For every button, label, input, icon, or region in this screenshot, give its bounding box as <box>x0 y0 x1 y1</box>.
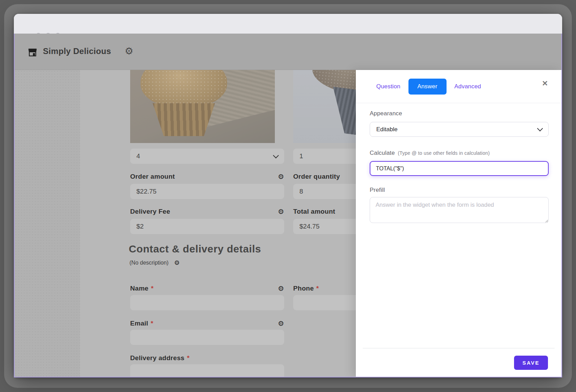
calculate-label: Calculate <box>370 150 395 156</box>
product-image-muffin <box>130 70 275 143</box>
required-asterisk: * <box>151 320 153 327</box>
email-input[interactable] <box>130 330 284 345</box>
product-image-chocolate-muffin <box>293 70 357 143</box>
close-icon[interactable]: ✕ <box>542 80 548 87</box>
appearance-label: Appearance <box>370 110 549 117</box>
field-label-row: Phone * <box>293 285 357 292</box>
tab-question[interactable]: Question <box>370 79 406 95</box>
quantity-select[interactable]: 4 <box>130 149 284 164</box>
field-value: $2 <box>136 223 144 230</box>
field-label-row: Delivery Fee ⚙ <box>130 208 284 215</box>
appearance-select[interactable]: Editable <box>370 122 549 137</box>
prefill-section: Prefill <box>370 187 549 224</box>
quantity-select-value: 4 <box>136 152 140 160</box>
chevron-down-icon <box>273 152 279 158</box>
order-amount-field[interactable]: $22.75 <box>130 184 284 199</box>
muffin-liner <box>324 86 357 139</box>
app-header: Simply Delicious ⚙ <box>15 34 561 70</box>
field-label-row: Order quantity <box>293 173 357 180</box>
phone-input[interactable] <box>293 295 357 310</box>
muffin-top <box>141 70 227 108</box>
field-label: Delivery Fee <box>130 208 170 215</box>
field-label-row: Delivery address * <box>130 354 284 362</box>
delivery-address-input[interactable] <box>130 364 284 377</box>
divider <box>356 103 561 103</box>
prefill-label: Prefill <box>370 187 549 194</box>
field-label: Email <box>130 320 148 327</box>
field-value: $24.75 <box>299 223 320 230</box>
tab-advanced[interactable]: Advanced <box>449 79 487 95</box>
delivery-fee-field[interactable]: $2 <box>130 219 284 234</box>
required-asterisk: * <box>151 285 154 292</box>
name-input[interactable] <box>130 295 284 310</box>
quantity-select[interactable]: 1 <box>293 149 357 164</box>
form-builder-canvas: 4 1 Order amount ⚙ Order quantity $22.75 <box>15 70 561 377</box>
prefill-textarea[interactable] <box>370 197 549 223</box>
burlap-cloth <box>178 70 275 130</box>
storefront-icon <box>28 47 37 57</box>
form-settings-gear-icon[interactable]: ⚙ <box>125 46 133 56</box>
field-label: Name <box>130 285 148 292</box>
order-quantity-field[interactable]: 8 <box>293 184 357 199</box>
page-title: Simply Delicious <box>43 46 111 56</box>
field-settings-gear-icon[interactable]: ⚙ <box>278 208 284 215</box>
field-settings-gear-icon[interactable]: ⚙ <box>278 285 284 292</box>
section-settings-gear-icon[interactable]: ⚙ <box>174 260 180 266</box>
field-value: $22.75 <box>136 188 156 195</box>
muffin-liner <box>149 103 218 136</box>
field-label-row: Order amount ⚙ <box>130 173 284 180</box>
required-asterisk: * <box>187 354 190 362</box>
calculate-input[interactable] <box>370 161 549 176</box>
calculate-hint: (Type @ to use other fields in calculati… <box>398 150 490 156</box>
field-label-row: Total amount <box>293 208 357 215</box>
appearance-section: Appearance Editable <box>370 110 549 137</box>
calculate-section: Calculate (Type @ to use other fields in… <box>370 150 549 176</box>
form-preview: 4 1 Order amount ⚙ Order quantity $22.75 <box>80 70 357 377</box>
section-description: (No description) <box>129 260 169 266</box>
save-button[interactable]: SAVE <box>514 356 548 370</box>
field-label: Total amount <box>293 208 335 215</box>
canvas-left-rail <box>15 70 80 377</box>
tab-answer[interactable]: Answer <box>408 79 447 95</box>
muffin-top <box>310 70 357 99</box>
appearance-select-value: Editable <box>376 126 397 133</box>
field-label: Order amount <box>130 173 175 180</box>
divider <box>363 348 555 348</box>
field-label: Delivery address <box>130 354 184 362</box>
field-label-row: Email * ⚙ <box>130 320 284 327</box>
total-amount-field[interactable]: $24.75 <box>293 219 357 234</box>
section-description-row: (No description) ⚙ <box>129 260 180 266</box>
window-body: Simply Delicious ⚙ 4 <box>14 34 562 377</box>
field-value: 8 <box>299 188 303 195</box>
field-settings-gear-icon[interactable]: ⚙ <box>278 320 284 327</box>
field-label-row: Name * ⚙ <box>130 285 284 292</box>
editor-tabs: Question Answer Advanced <box>370 79 487 95</box>
section-heading: Contact & delivery details <box>129 243 261 255</box>
field-label: Order quantity <box>293 173 340 180</box>
field-settings-gear-icon[interactable]: ⚙ <box>278 173 284 180</box>
quantity-select-value: 1 <box>299 152 303 160</box>
required-asterisk: * <box>316 285 319 292</box>
app-window: Simply Delicious ⚙ 4 <box>14 14 562 377</box>
field-editor-panel: Question Answer Advanced ✕ Appearance Ed… <box>356 70 561 377</box>
window-titlebar <box>14 14 562 34</box>
field-label: Phone <box>293 285 314 292</box>
chevron-down-icon <box>537 126 543 132</box>
